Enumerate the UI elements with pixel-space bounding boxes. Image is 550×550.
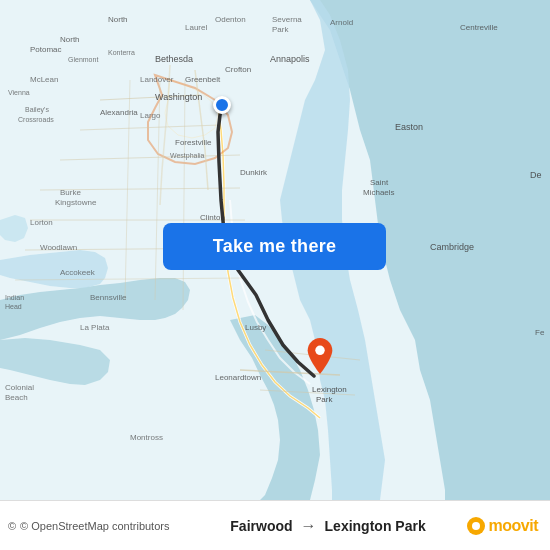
svg-text:Landover: Landover [140, 75, 174, 84]
svg-text:McLean: McLean [30, 75, 58, 84]
svg-text:Michaels: Michaels [363, 188, 395, 197]
svg-text:Park: Park [272, 25, 289, 34]
arrow-icon: → [301, 517, 317, 535]
svg-text:Lexington: Lexington [312, 385, 347, 394]
svg-text:Severna: Severna [272, 15, 302, 24]
svg-text:Woodlawn: Woodlawn [40, 243, 77, 252]
svg-text:Konterra: Konterra [108, 49, 135, 56]
svg-text:Cambridge: Cambridge [430, 242, 474, 252]
svg-text:Lusby: Lusby [245, 323, 266, 332]
svg-text:Montross: Montross [130, 433, 163, 442]
svg-text:Kingstowne: Kingstowne [55, 198, 97, 207]
moovit-dot-icon [467, 517, 485, 535]
svg-text:Fe: Fe [535, 328, 545, 337]
svg-text:Accokeek: Accokeek [60, 268, 96, 277]
svg-text:Park: Park [316, 395, 333, 404]
take-me-there-button[interactable]: Take me there [163, 223, 386, 270]
svg-text:Bethesda: Bethesda [155, 54, 193, 64]
svg-text:Saint: Saint [370, 178, 389, 187]
svg-text:Largo: Largo [140, 111, 161, 120]
svg-text:Westphalia: Westphalia [170, 152, 205, 160]
svg-text:Clinton: Clinton [200, 213, 225, 222]
svg-text:Beach: Beach [5, 393, 28, 402]
osm-attribution-text: © OpenStreetMap contributors [20, 520, 169, 532]
svg-text:De: De [530, 170, 542, 180]
svg-text:Bailey's: Bailey's [25, 106, 49, 114]
svg-text:Washington: Washington [155, 92, 202, 102]
svg-point-64 [315, 346, 324, 355]
svg-text:Crossroads: Crossroads [18, 116, 54, 123]
footer-bar: © © OpenStreetMap contributors Fairwood … [0, 500, 550, 550]
svg-text:Crofton: Crofton [225, 65, 251, 74]
svg-text:Arnold: Arnold [330, 18, 353, 27]
svg-text:Indian: Indian [5, 294, 24, 301]
svg-text:Greenbelt: Greenbelt [185, 75, 221, 84]
svg-text:Leonardtown: Leonardtown [215, 373, 261, 382]
svg-text:Dunkirk: Dunkirk [240, 168, 268, 177]
svg-text:Annapolis: Annapolis [270, 54, 310, 64]
svg-text:Vienna: Vienna [8, 89, 30, 96]
svg-text:North: North [108, 15, 128, 24]
svg-text:Odenton: Odenton [215, 15, 246, 24]
svg-text:Alexandria: Alexandria [100, 108, 138, 117]
svg-text:Potomac: Potomac [30, 45, 62, 54]
moovit-logo: moovit [467, 517, 538, 535]
destination-marker [307, 338, 333, 378]
svg-text:Lorton: Lorton [30, 218, 53, 227]
svg-text:Glenmont: Glenmont [68, 56, 98, 63]
origin-label: Fairwood [230, 518, 292, 534]
origin-marker [213, 96, 231, 114]
moovit-dot-inner [472, 522, 480, 530]
svg-text:North: North [60, 35, 80, 44]
moovit-brand-text: moovit [489, 517, 538, 535]
svg-text:Bennsville: Bennsville [90, 293, 127, 302]
svg-text:La Plata: La Plata [80, 323, 110, 332]
copyright-icon: © [8, 520, 16, 532]
svg-text:Colonial: Colonial [5, 383, 34, 392]
svg-text:Easton: Easton [395, 122, 423, 132]
svg-text:Centreville: Centreville [460, 23, 498, 32]
map-container: Bethesda Greenbelt Crofton Annapolis Lan… [0, 0, 550, 500]
route-info: Fairwood → Lexington Park [169, 517, 466, 535]
svg-text:Head: Head [5, 303, 22, 310]
svg-text:Laurel: Laurel [185, 23, 207, 32]
destination-label: Lexington Park [325, 518, 426, 534]
footer-attribution: © © OpenStreetMap contributors [8, 520, 169, 532]
svg-text:Burke: Burke [60, 188, 81, 197]
svg-text:Forestville: Forestville [175, 138, 212, 147]
